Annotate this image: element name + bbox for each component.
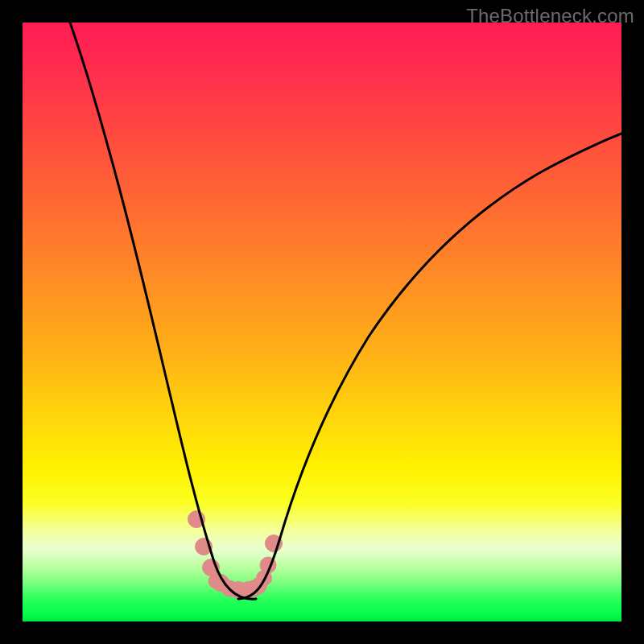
chart-frame: TheBottleneck.com: [0, 0, 644, 644]
main-curves: [70, 23, 621, 599]
plot-area: [23, 23, 621, 621]
right-curve: [238, 134, 621, 599]
left-curve: [70, 23, 256, 599]
watermark-text: TheBottleneck.com: [466, 5, 634, 27]
curve-layer: [23, 23, 621, 621]
